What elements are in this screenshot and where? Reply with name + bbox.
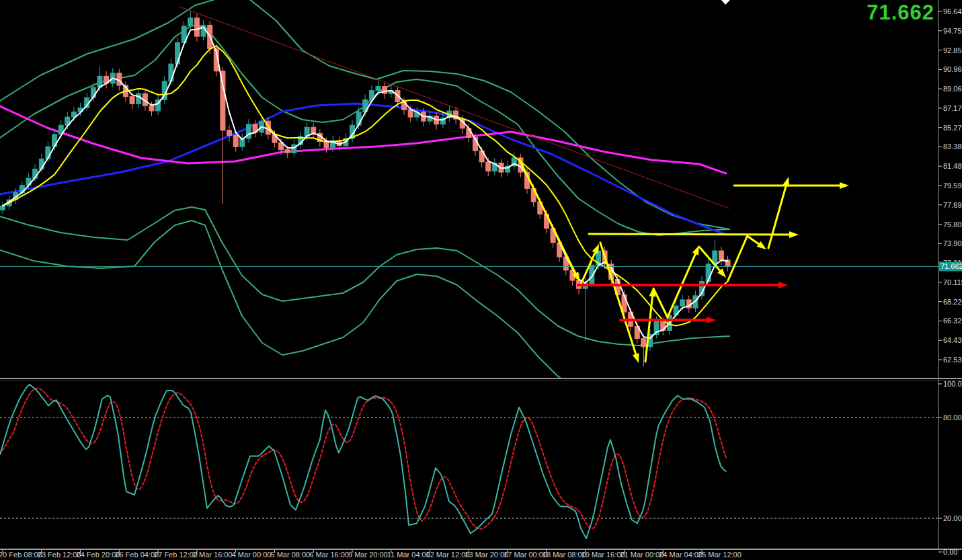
indicator-axis-label: 80.00 bbox=[943, 413, 962, 422]
price-axis-label: 94.750 bbox=[943, 27, 962, 35]
time-axis-label: 19 Mar 16:00 bbox=[582, 551, 625, 559]
time-axis-label: 11 Mar 04:00 bbox=[387, 551, 430, 559]
chart-canvas[interactable]: 96.64594.75092.85590.96089.06587.17085.2… bbox=[0, 0, 962, 560]
time-axis-label: 2 Mar 16:00 bbox=[193, 551, 233, 559]
time-axis-label: 18 Mar 08:00 bbox=[543, 551, 586, 559]
price-axis-label: 70.115 bbox=[943, 278, 962, 286]
indicator-axis-label: 0.00 bbox=[943, 548, 957, 556]
time-axis-label: 17 Mar 00:00 bbox=[504, 551, 547, 559]
price-axis-label: 87.170 bbox=[943, 104, 962, 112]
trading-chart-window: 96.64594.75092.85590.96089.06587.17085.2… bbox=[0, 0, 962, 560]
time-axis-label: 24 Feb 20:00 bbox=[77, 551, 120, 559]
time-axis-label: 26 Feb 04:00 bbox=[115, 551, 159, 559]
price-axis-label: 79.590 bbox=[943, 182, 962, 190]
indicator-axis-label: 100.00 bbox=[943, 380, 962, 388]
price-axis-label: 96.645 bbox=[943, 7, 962, 15]
time-axis-label: 27 Feb 12:00 bbox=[154, 551, 198, 559]
time-axis-label: 5 Mar 08:00 bbox=[270, 551, 310, 559]
current-price-badge-text: 71.662 bbox=[940, 262, 962, 270]
price-axis-label: 81.485 bbox=[943, 162, 962, 170]
time-axis-label: 13 Mar 20:00 bbox=[465, 551, 508, 559]
time-axis-label: 4 Mar 00:00 bbox=[232, 551, 272, 559]
time-axis[interactable]: 20 Feb 08:0023 Feb 12:0024 Feb 20:0026 F… bbox=[0, 550, 741, 559]
price-axis-label: 68.220 bbox=[943, 298, 962, 306]
time-axis-label: 23 Feb 12:00 bbox=[38, 551, 81, 559]
time-axis-label: 12 Mar 12:00 bbox=[426, 551, 470, 559]
time-axis-label: 9 Mar 20:00 bbox=[348, 551, 388, 559]
price-axis-label: 83.380 bbox=[943, 143, 962, 151]
current-price-display: 71.662 bbox=[867, 1, 934, 24]
price-axis-label: 66.325 bbox=[943, 317, 962, 325]
time-axis-label: 21 Mar 00:00 bbox=[620, 551, 664, 559]
price-axis-label: 64.430 bbox=[943, 336, 962, 344]
time-axis-label: 25 Mar 12:00 bbox=[698, 551, 741, 559]
time-axis-label: 20 Feb 08:00 bbox=[0, 551, 42, 559]
price-axis-label: 77.695 bbox=[943, 201, 962, 209]
indicator-axis-label: 20.00 bbox=[943, 514, 962, 522]
price-axis-label: 73.905 bbox=[943, 239, 962, 247]
time-axis-label: 6 Mar 16:00 bbox=[309, 551, 349, 559]
price-axis-label: 85.275 bbox=[943, 124, 962, 132]
price-axis-label: 75.800 bbox=[943, 221, 962, 229]
price-axis-label: 62.535 bbox=[943, 356, 962, 364]
price-axis-label: 92.855 bbox=[943, 46, 962, 54]
time-axis-label: 24 Mar 04:00 bbox=[659, 551, 703, 559]
price-axis-label: 89.065 bbox=[943, 85, 962, 93]
price-axis-label: 90.960 bbox=[943, 65, 962, 73]
